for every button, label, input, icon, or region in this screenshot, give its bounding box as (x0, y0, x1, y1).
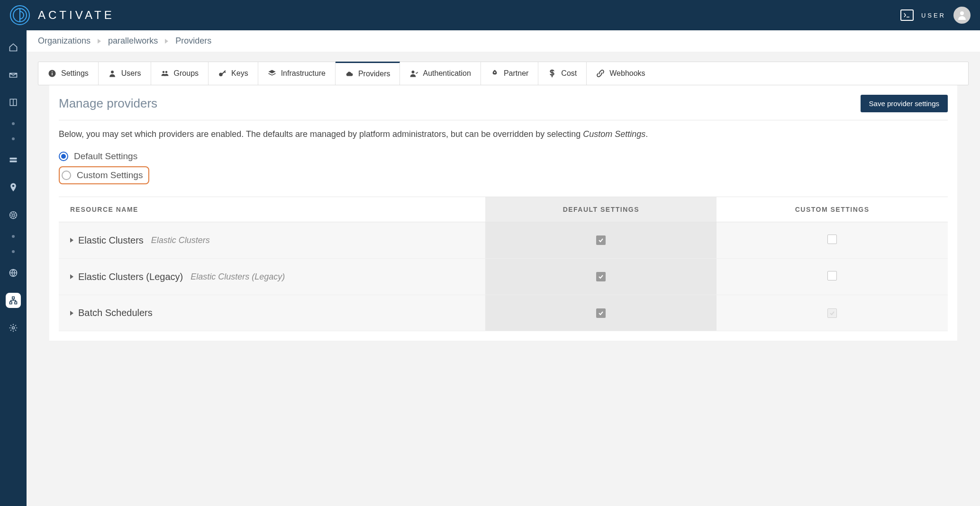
radio-label: Custom Settings (77, 170, 143, 181)
tabs: Settings Users Groups Keys Infrastructur… (38, 62, 969, 85)
custom-checkbox[interactable] (827, 308, 837, 318)
tab-groups[interactable]: Groups (151, 62, 209, 85)
table-row: Elastic Clusters (Legacy)Elastic Cluster… (59, 259, 948, 295)
resource-name[interactable]: Elastic ClustersElastic Clusters (70, 235, 474, 246)
svg-rect-6 (10, 161, 17, 163)
group-icon (161, 69, 169, 78)
radio-label: Default Settings (74, 151, 137, 162)
custom-checkbox[interactable] (827, 271, 837, 280)
sidebar-dot (12, 235, 15, 238)
svg-rect-13 (15, 302, 17, 304)
sidebar-helm-icon[interactable] (6, 208, 21, 223)
sidebar-org-icon[interactable] (6, 293, 21, 308)
svg-point-14 (12, 327, 15, 329)
content: Organizations parallelworks Providers Se… (27, 30, 980, 506)
sidebar-dot (12, 137, 15, 140)
default-checkbox[interactable] (596, 235, 606, 245)
brand: ACTIVATE (9, 5, 115, 26)
svg-point-2 (960, 11, 964, 15)
tab-providers[interactable]: Providers (336, 62, 400, 85)
tab-settings[interactable]: Settings (38, 62, 99, 85)
resource-name[interactable]: Batch Schedulers (70, 307, 474, 318)
sidebar-settings-icon[interactable] (6, 320, 21, 335)
tab-label: Settings (61, 69, 89, 78)
dollar-icon (548, 69, 556, 78)
user-icon (108, 69, 117, 78)
default-checkbox[interactable] (596, 308, 606, 318)
avatar[interactable] (953, 7, 971, 24)
sidebar-server-icon[interactable] (6, 153, 21, 168)
tab-label: Groups (174, 69, 199, 78)
user-label: USER (921, 12, 946, 19)
resource-sublabel: Elastic Clusters (Legacy) (191, 272, 285, 282)
topbar: ACTIVATE USER (0, 0, 980, 30)
tab-users[interactable]: Users (99, 62, 151, 85)
breadcrumb: Organizations parallelworks Providers (27, 30, 980, 52)
topbar-right: USER (900, 7, 971, 24)
tab-label: Cost (561, 69, 577, 78)
info-icon (48, 69, 56, 78)
chevron-right-icon (70, 238, 73, 243)
svg-point-22 (412, 71, 415, 73)
chevron-right-icon (70, 274, 73, 279)
cloud-icon (345, 70, 354, 78)
resource-label: Batch Schedulers (78, 307, 153, 318)
sidebar-dot (12, 250, 15, 253)
sidebar-globe-icon[interactable] (6, 265, 21, 280)
radio-custom-settings[interactable]: Custom Settings (59, 166, 149, 184)
auth-icon (409, 69, 418, 78)
sidebar-dot (12, 122, 15, 125)
brand-name: ACTIVATE (38, 9, 115, 22)
svg-point-20 (165, 71, 167, 73)
table-row: Batch Schedulers (59, 295, 948, 331)
description: Below, you may set which providers are e… (59, 120, 948, 146)
svg-rect-11 (12, 297, 15, 299)
tab-webhooks[interactable]: Webhooks (587, 62, 654, 85)
tab-cost[interactable]: Cost (538, 62, 587, 85)
svg-point-23 (494, 72, 495, 73)
resource-label: Elastic Clusters (Legacy) (78, 271, 183, 282)
tab-label: Authentication (423, 69, 471, 78)
resource-label: Elastic Clusters (78, 235, 144, 246)
chevron-right-icon (70, 311, 73, 316)
tab-label: Partner (504, 69, 528, 78)
tab-authentication[interactable]: Authentication (400, 62, 481, 85)
terminal-icon[interactable] (900, 9, 914, 21)
breadcrumb-item[interactable]: Organizations (38, 36, 91, 45)
sidebar-location-icon[interactable] (6, 180, 21, 195)
rocket-icon (490, 69, 499, 78)
svg-point-18 (111, 71, 114, 73)
custom-checkbox[interactable] (827, 235, 837, 244)
key-icon (218, 69, 227, 78)
logo-icon (9, 5, 30, 26)
layers-icon (268, 69, 276, 78)
resource-sublabel: Elastic Clusters (151, 235, 210, 245)
tab-partner[interactable]: Partner (481, 62, 538, 85)
tab-keys[interactable]: Keys (209, 62, 258, 85)
tab-label: Webhooks (609, 69, 645, 78)
table-row: Elastic ClustersElastic Clusters (59, 222, 948, 259)
panel: Manage providers Save provider settings … (49, 85, 957, 341)
radio-group: Default Settings Custom Settings (59, 146, 948, 193)
svg-point-7 (12, 185, 14, 187)
provider-table: RESOURCE NAME DEFAULT SETTINGS CUSTOM SE… (59, 197, 948, 331)
svg-point-9 (12, 214, 15, 217)
description-italic: Custom Settings (583, 129, 645, 139)
tab-label: Infrastructure (281, 69, 326, 78)
svg-rect-16 (52, 73, 53, 75)
tab-label: Providers (358, 70, 390, 78)
svg-rect-5 (10, 158, 17, 160)
save-provider-settings-button[interactable]: Save provider settings (861, 95, 948, 112)
breadcrumb-item[interactable]: parallelworks (108, 36, 158, 45)
default-checkbox[interactable] (596, 272, 606, 281)
page-title: Manage providers (59, 96, 157, 111)
description-text: Below, you may set which providers are e… (59, 129, 583, 139)
col-default: DEFAULT SETTINGS (485, 197, 717, 222)
breadcrumb-item[interactable]: Providers (175, 36, 211, 45)
resource-name[interactable]: Elastic Clusters (Legacy)Elastic Cluster… (70, 271, 474, 282)
sidebar-inbox-icon[interactable] (6, 67, 21, 82)
sidebar-panel-icon[interactable] (6, 95, 21, 110)
radio-default-settings[interactable]: Default Settings (59, 149, 948, 163)
tab-infrastructure[interactable]: Infrastructure (258, 62, 336, 85)
sidebar-home-icon[interactable] (6, 40, 21, 55)
